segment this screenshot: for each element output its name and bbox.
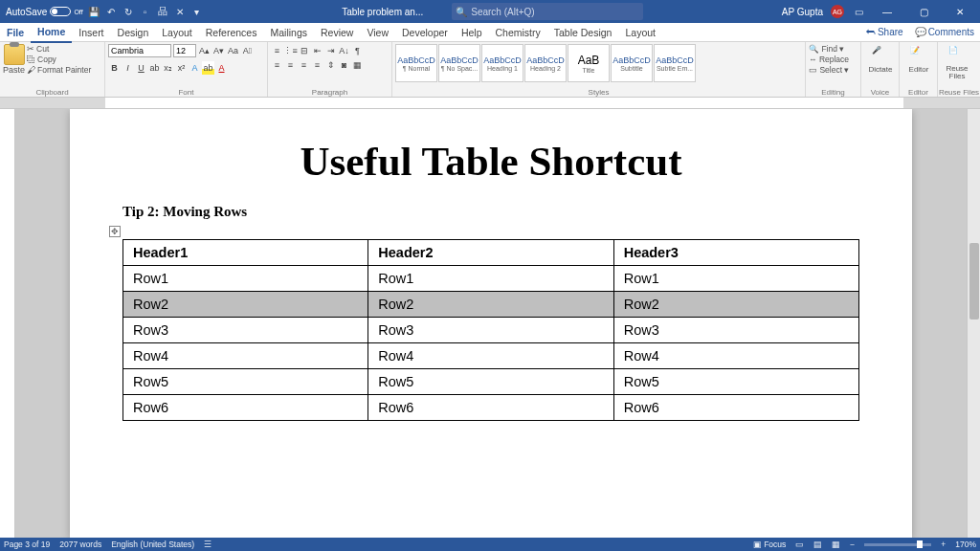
tab-table-design[interactable]: Table Design — [547, 23, 619, 42]
tab-references[interactable]: References — [199, 23, 264, 42]
style-card[interactable]: AaBbCcD¶ No Spac... — [438, 44, 480, 82]
tab-file[interactable]: File — [0, 23, 31, 42]
reuse-files-button[interactable]: 📄 Reuse Files — [941, 44, 973, 80]
table-cell[interactable]: Row4 — [368, 343, 613, 369]
page-title[interactable]: Useful Table Shortcut — [122, 138, 859, 185]
editor-button[interactable]: 📝 Editor — [902, 44, 935, 74]
user-name[interactable]: AP Gupta — [782, 7, 823, 17]
table-cell[interactable]: Row3 — [613, 318, 858, 343]
bold-button[interactable]: B — [108, 61, 121, 75]
table-cell[interactable]: Row1 — [613, 266, 858, 292]
autosave-toggle[interactable]: AutoSave Off — [6, 7, 83, 17]
tab-layout2[interactable]: Layout — [618, 23, 662, 42]
superscript-button[interactable]: x² — [175, 61, 188, 75]
font-size-select[interactable] — [173, 44, 196, 57]
table-cell[interactable]: Row1 — [123, 266, 368, 292]
tab-design[interactable]: Design — [111, 23, 156, 42]
table-cell[interactable]: Row2 — [123, 292, 368, 318]
tab-layout[interactable]: Layout — [155, 23, 199, 42]
justify-button[interactable]: ≡ — [311, 58, 323, 72]
table-cell[interactable]: Row2 — [368, 292, 613, 318]
bullets-button[interactable]: ≡ — [271, 44, 283, 57]
table-cell[interactable]: Row5 — [613, 369, 858, 395]
paste-button[interactable]: Paste — [3, 44, 25, 75]
share-button[interactable]: ⮪Share — [860, 27, 909, 37]
qat-icon[interactable]: ✕ — [173, 5, 187, 18]
shading-button[interactable]: ◙ — [338, 58, 350, 72]
ribbon-display-icon[interactable]: ▭ — [852, 5, 865, 18]
decrease-indent-button[interactable]: ⇤ — [311, 44, 323, 57]
zoom-out-button[interactable]: − — [850, 540, 855, 549]
style-card[interactable]: AaBbCcDSubtitle — [611, 44, 653, 82]
clear-format-button[interactable]: A⃠ — [241, 44, 254, 57]
tab-chemistry[interactable]: Chemistry — [488, 23, 546, 42]
grow-font-button[interactable]: A▴ — [198, 44, 211, 57]
table-cell[interactable]: Row4 — [613, 343, 858, 369]
view-print-icon[interactable]: ▤ — [813, 540, 822, 549]
qat-icon[interactable]: 品 — [156, 5, 169, 18]
maximize-button[interactable]: ▢ — [909, 0, 938, 23]
table-cell[interactable]: Row4 — [123, 343, 368, 369]
align-left-button[interactable]: ≡ — [271, 58, 283, 72]
align-center-button[interactable]: ≡ — [284, 58, 297, 72]
dictate-button[interactable]: 🎤 Dictate — [864, 44, 897, 74]
page-indicator[interactable]: Page 3 of 19 — [4, 540, 50, 549]
table-cell[interactable]: Row6 — [123, 395, 368, 421]
table-row[interactable]: Row4Row4Row4 — [123, 343, 859, 369]
copy-button[interactable]: ⿻Copy — [27, 55, 91, 64]
minimize-button[interactable]: — — [873, 0, 902, 23]
qat-more-icon[interactable]: ▾ — [190, 5, 204, 18]
numbering-button[interactable]: ⋮≡ — [284, 44, 297, 57]
qat-icon[interactable]: ▫ — [139, 5, 152, 18]
tab-help[interactable]: Help — [455, 23, 489, 42]
accessibility-icon[interactable]: ☰ — [204, 540, 212, 549]
change-case-button[interactable]: Aa — [227, 44, 239, 57]
table-cell[interactable]: Row3 — [123, 318, 368, 343]
find-button[interactable]: 🔍 Find ▾ — [809, 44, 844, 54]
font-color-button[interactable]: A — [215, 61, 228, 75]
save-icon[interactable]: 💾 — [87, 5, 100, 18]
table-header[interactable]: Header3 — [613, 240, 858, 266]
zoom-in-button[interactable]: + — [941, 540, 946, 549]
avatar[interactable]: AG — [831, 5, 844, 18]
align-right-button[interactable]: ≡ — [298, 58, 310, 72]
tip-heading[interactable]: Tip 2: Moving Rows — [122, 204, 859, 220]
table-cell[interactable]: Row5 — [123, 369, 368, 395]
replace-button[interactable]: ↔ Replace — [809, 55, 849, 64]
italic-button[interactable]: I — [122, 61, 134, 75]
table-cell[interactable]: Row5 — [368, 369, 613, 395]
table-row[interactable]: Row1Row1Row1 — [123, 266, 859, 292]
sort-button[interactable]: A↓ — [338, 44, 350, 57]
font-family-select[interactable] — [108, 44, 171, 57]
vertical-ruler[interactable] — [0, 109, 15, 538]
close-button[interactable]: ✕ — [946, 0, 974, 23]
word-count[interactable]: 2077 words — [59, 540, 101, 549]
select-button[interactable]: ▭ Select ▾ — [809, 65, 849, 75]
view-web-icon[interactable]: ▦ — [832, 540, 840, 549]
comments-button[interactable]: 💬Comments — [909, 27, 980, 37]
horizontal-ruler[interactable] — [0, 98, 980, 109]
increase-indent-button[interactable]: ⇥ — [324, 44, 337, 57]
line-spacing-button[interactable]: ⇕ — [324, 58, 337, 72]
redo-icon[interactable]: ↻ — [122, 5, 135, 18]
tab-mailings[interactable]: Mailings — [263, 23, 314, 42]
multilevel-button[interactable]: ⊟ — [298, 44, 310, 57]
borders-button[interactable]: ▦ — [351, 58, 364, 72]
content-table[interactable]: Header1Header2Header3 Row1Row1Row1Row2Ro… — [122, 239, 859, 421]
cut-button[interactable]: ✂Cut — [27, 44, 91, 54]
text-effects-button[interactable]: A — [189, 61, 201, 75]
search-input[interactable]: 🔍 Search (Alt+Q) — [452, 3, 643, 20]
table-cell[interactable]: Row3 — [368, 318, 613, 343]
table-header[interactable]: Header1 — [123, 240, 368, 266]
table-row[interactable]: Row3Row3Row3 — [123, 318, 859, 343]
table-header[interactable]: Header2 — [368, 240, 613, 266]
vertical-scrollbar[interactable] — [967, 109, 980, 538]
underline-button[interactable]: U — [135, 61, 147, 75]
table-move-handle[interactable]: ✥ — [109, 226, 121, 237]
style-card[interactable]: AaBbCcDHeading 2 — [524, 44, 567, 82]
table-cell[interactable]: Row1 — [368, 266, 613, 292]
format-painter-button[interactable]: 🖌Format Painter — [27, 65, 91, 75]
zoom-level[interactable]: 170% — [955, 540, 976, 549]
tab-developer[interactable]: Developer — [395, 23, 455, 42]
language-indicator[interactable]: English (United States) — [111, 540, 194, 549]
